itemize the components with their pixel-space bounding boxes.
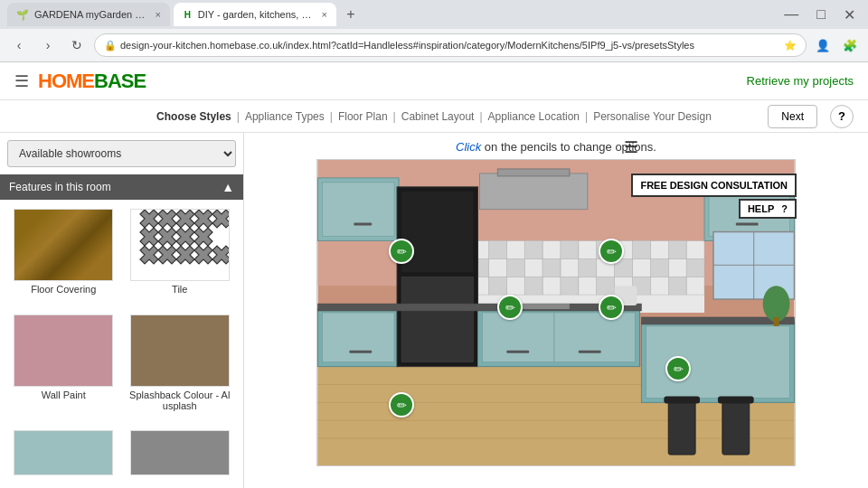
kitchen-area: Click on the pencils to change options. … bbox=[244, 133, 868, 488]
tab-homebase[interactable]: H DIY - garden, kitchens, paint, ba... × bbox=[174, 3, 336, 26]
more1-image bbox=[14, 430, 113, 475]
svg-rect-18 bbox=[561, 240, 579, 258]
address-icons: 👤 🧩 bbox=[812, 34, 861, 56]
hint-bar: Click on the pencils to change options. … bbox=[456, 133, 656, 159]
free-design-banner[interactable]: FREE DESIGN CONSULTATION bbox=[631, 174, 797, 197]
forward-button[interactable]: › bbox=[36, 33, 60, 57]
svg-rect-36 bbox=[579, 258, 597, 277]
kitchen-scene-svg bbox=[316, 159, 796, 466]
tile-image bbox=[130, 209, 230, 281]
showrooms-dropdown-wrapper: Available showrooms bbox=[7, 140, 236, 167]
svg-rect-66 bbox=[480, 174, 588, 210]
more2-image bbox=[130, 430, 230, 475]
close-button[interactable]: ✕ bbox=[838, 5, 861, 25]
svg-rect-14 bbox=[488, 240, 506, 258]
logo-base: BASE bbox=[94, 70, 146, 92]
click-word: Click bbox=[456, 140, 481, 154]
pencil-button-6[interactable] bbox=[389, 392, 414, 418]
step-appliance-location[interactable]: Appliance Location bbox=[488, 110, 580, 123]
step-cabinet-layout[interactable]: Cabinet Layout bbox=[401, 110, 475, 123]
step-choose-styles[interactable]: Choose Styles bbox=[156, 110, 231, 123]
features-section-header: Features in this room ▲ bbox=[0, 174, 243, 200]
back-button[interactable]: ‹ bbox=[7, 33, 31, 57]
feature-more1[interactable] bbox=[9, 430, 118, 488]
step-floor-plan[interactable]: Floor Plan bbox=[338, 110, 388, 123]
floor-covering-label: Floor Covering bbox=[31, 284, 96, 295]
svg-rect-54 bbox=[597, 277, 615, 295]
collapse-button[interactable]: ▲ bbox=[222, 180, 234, 194]
minimize-button[interactable]: — bbox=[778, 5, 804, 24]
retrieve-projects-link[interactable]: Retrieve my projects bbox=[747, 74, 854, 88]
tile-pattern-svg bbox=[131, 210, 230, 281]
url-bar[interactable]: 🔒 design-your-kitchen.homebase.co.uk/ind… bbox=[94, 33, 807, 57]
gardena-favicon: 🌱 bbox=[16, 8, 29, 21]
feature-wall-paint[interactable]: Wall Paint bbox=[9, 314, 118, 424]
svg-rect-89 bbox=[722, 400, 750, 455]
url-text: design-your-kitchen.homebase.co.uk/index… bbox=[120, 40, 780, 51]
svg-rect-94 bbox=[774, 317, 779, 326]
pencil-button-5[interactable] bbox=[665, 356, 691, 381]
tab-gardena[interactable]: 🌱 GARDENA myGarden planner × bbox=[7, 3, 170, 26]
svg-rect-40 bbox=[650, 258, 668, 277]
feature-floor-covering[interactable]: Floor Covering bbox=[9, 209, 118, 307]
app-header: ☰ HOMEBASE Retrieve my projects bbox=[0, 62, 868, 100]
pencil-button-4[interactable] bbox=[599, 295, 624, 320]
svg-rect-73 bbox=[349, 351, 372, 353]
logo-home: HOME bbox=[38, 70, 94, 92]
feature-more2[interactable] bbox=[126, 430, 235, 488]
wall-paint-label: Wall Paint bbox=[42, 389, 86, 400]
features-grid: Floor Covering bbox=[0, 200, 243, 488]
svg-rect-50 bbox=[524, 277, 542, 295]
tile-label: Tile bbox=[172, 284, 187, 295]
help-text: HELP bbox=[748, 203, 774, 214]
step-personalise-design[interactable]: Personalise Your Design bbox=[593, 110, 712, 123]
pencil-button-2[interactable] bbox=[497, 295, 523, 320]
feature-splashback[interactable]: Splashback Colour - Al usplash bbox=[126, 314, 235, 424]
left-panel: Available showrooms Features in this roo… bbox=[0, 133, 244, 488]
hamburger-menu[interactable]: ☰ bbox=[14, 71, 29, 91]
splashback-image bbox=[130, 314, 230, 387]
svg-rect-75 bbox=[401, 192, 474, 272]
svg-rect-58 bbox=[668, 277, 686, 295]
wall-paint-image bbox=[14, 314, 113, 387]
floor-covering-image bbox=[14, 209, 113, 281]
svg-rect-61 bbox=[323, 183, 395, 237]
homebase-favicon: H bbox=[183, 8, 193, 21]
new-tab-button[interactable]: + bbox=[340, 4, 362, 25]
svg-rect-83 bbox=[318, 304, 642, 311]
gardena-tab-close[interactable]: × bbox=[156, 9, 161, 20]
tab-bar: 🌱 GARDENA myGarden planner × H DIY - gar… bbox=[0, 0, 868, 29]
features-section-title: Features in this room bbox=[9, 181, 111, 193]
kitchen-scene-wrapper: FREE DESIGN CONSULTATION HELP ? bbox=[316, 159, 796, 466]
feature-tile[interactable]: Tile bbox=[126, 209, 235, 307]
svg-rect-48 bbox=[488, 277, 506, 295]
svg-rect-81 bbox=[506, 351, 529, 353]
maximize-button[interactable]: □ bbox=[811, 5, 831, 24]
step-appliance-types[interactable]: Appliance Types bbox=[245, 110, 325, 123]
refresh-button[interactable]: ↻ bbox=[65, 33, 89, 57]
svg-rect-80 bbox=[554, 313, 635, 362]
pencil-button-1[interactable] bbox=[389, 239, 414, 264]
extension-icon[interactable]: 🧩 bbox=[839, 34, 861, 56]
main-content: Available showrooms Features in this roo… bbox=[0, 133, 868, 488]
svg-rect-22 bbox=[633, 240, 651, 258]
next-button[interactable]: Next bbox=[768, 105, 817, 128]
svg-rect-72 bbox=[323, 313, 395, 362]
menu-icon[interactable]: ☰ bbox=[624, 137, 638, 157]
window-controls: — □ ✕ bbox=[778, 5, 861, 25]
profile-icon[interactable]: 👤 bbox=[812, 34, 834, 56]
homebase-tab-close[interactable]: × bbox=[322, 9, 327, 20]
homebase-tab-title: DIY - garden, kitchens, paint, ba... bbox=[198, 9, 313, 20]
svg-rect-62 bbox=[354, 223, 372, 226]
splashback-label: Splashback Colour - Al usplash bbox=[126, 389, 235, 411]
svg-rect-88 bbox=[664, 396, 700, 403]
help-button[interactable]: ? bbox=[830, 105, 854, 128]
help-question: ? bbox=[781, 203, 788, 214]
svg-rect-32 bbox=[506, 258, 524, 277]
help-banner[interactable]: HELP ? bbox=[739, 199, 797, 219]
homebase-logo: HOMEBASE bbox=[38, 70, 146, 93]
address-bar: ‹ › ↻ 🔒 design-your-kitchen.homebase.co.… bbox=[0, 29, 868, 61]
pencil-button-3[interactable] bbox=[599, 239, 624, 264]
browser-chrome: 🌱 GARDENA myGarden planner × H DIY - gar… bbox=[0, 0, 868, 62]
showrooms-dropdown[interactable]: Available showrooms bbox=[7, 140, 236, 167]
